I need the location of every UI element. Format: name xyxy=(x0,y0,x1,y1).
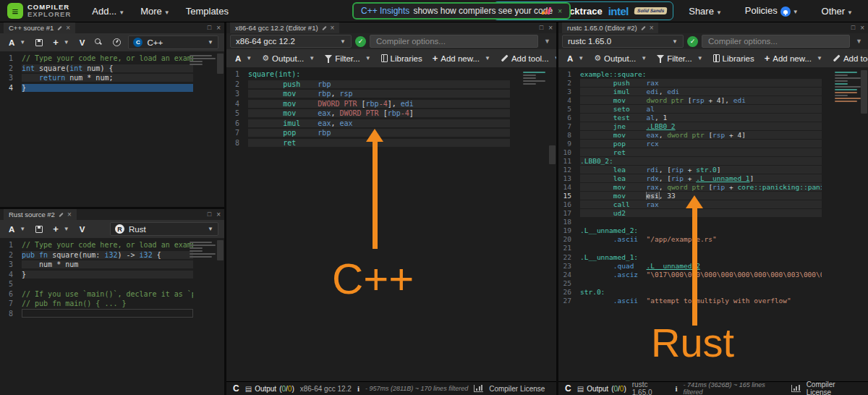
add-pane-button[interactable]: +▼ xyxy=(50,35,72,49)
rustc-asm-editor[interactable]: 1example::square:2 push rax3 imul edi, e… xyxy=(558,67,868,381)
info-icon[interactable]: i xyxy=(675,384,677,393)
code-line[interactable]: 4 mov DWORD PTR [rbp-4], edi xyxy=(226,99,556,109)
close-icon[interactable]: × xyxy=(331,24,335,32)
code-line[interactable]: 26str.0: xyxy=(558,287,868,296)
quickbench-button[interactable] xyxy=(110,37,124,48)
code-line[interactable]: 12 lea rdi, [rip + str.0] xyxy=(558,166,868,174)
font-size-button[interactable]: A▼ xyxy=(564,53,587,64)
code-line[interactable]: 9 pop rcx xyxy=(558,139,868,148)
libraries-button[interactable]: Libraries xyxy=(710,53,757,64)
close-pane-icon[interactable]: × xyxy=(216,211,221,218)
output-button[interactable]: ▤ Output (0/0) xyxy=(245,385,294,393)
code-line[interactable]: 24 .asciz "\017\000\000\000\000\000\000\… xyxy=(558,270,868,279)
add-tool-button[interactable]: Add tool...▼ xyxy=(498,53,556,64)
banner-close-icon[interactable]: × xyxy=(558,7,562,15)
solid-sands-logo[interactable]: Solid Sands xyxy=(634,7,667,14)
cpp-source-editor[interactable]: 1// Type your code here, or load an exam… xyxy=(0,51,224,207)
font-size-button[interactable]: A▼ xyxy=(6,37,28,48)
code-line[interactable]: 21 xyxy=(558,244,868,252)
compiler-explorer-icon[interactable]: C xyxy=(565,383,571,394)
code-line[interactable]: 19.L__unnamed_2: xyxy=(558,226,868,235)
cpp-source-tab[interactable]: C++ source #1 × xyxy=(4,22,75,33)
output-options-button[interactable]: ⚙Output...▼ xyxy=(591,52,650,64)
maximize-icon[interactable]: □ xyxy=(208,24,211,32)
minimap[interactable] xyxy=(187,54,218,67)
compiler-explorer-logo[interactable]: ≡ COMPILER EXPLORER xyxy=(7,3,71,19)
code-line[interactable]: 27 .ascii "attempt to multiply with over… xyxy=(558,296,868,305)
code-line[interactable]: 5 mov eax, DWORD PTR [rbp-4] xyxy=(226,109,556,119)
close-icon[interactable]: × xyxy=(66,24,70,32)
menu-policies[interactable]: Policies▼ xyxy=(745,5,799,17)
code-line[interactable]: 11.LBB0_2: xyxy=(558,156,868,165)
code-line[interactable]: 8 mov eax, dword ptr [rsp + 4] xyxy=(558,130,868,139)
code-line[interactable]: 3 mov rbp, rsp xyxy=(226,89,556,99)
gcc-asm-editor[interactable]: 1square(int):2 push rbp3 mov rbp, rsp4 m… xyxy=(226,67,556,381)
minimap[interactable] xyxy=(520,70,552,86)
compiler-options-input[interactable] xyxy=(702,35,850,48)
menu-share[interactable]: Share▼ xyxy=(689,6,722,17)
compiler-license-link[interactable]: Compiler License xyxy=(807,381,861,395)
code-line[interactable]: 18 xyxy=(558,218,868,226)
code-line[interactable]: 22.L__unnamed_1: xyxy=(558,252,868,261)
insights-button[interactable] xyxy=(92,37,106,48)
code-line[interactable]: 7 pop rbp xyxy=(226,128,556,138)
code-line[interactable]: 5 seto al xyxy=(558,104,868,113)
code-line[interactable]: 3 return num * num; xyxy=(0,73,224,83)
banner-link[interactable]: C++ Insights xyxy=(361,6,409,16)
code-line[interactable]: 8 ret xyxy=(226,138,556,148)
menu-add[interactable]: Add...▼ xyxy=(92,6,124,17)
code-line[interactable]: 17 ud2 xyxy=(558,209,868,218)
gcc-tab[interactable]: x86-64 gcc 12.2 (Editor #1) × xyxy=(230,22,339,33)
add-tool-button[interactable]: Add tool...▼ xyxy=(830,53,868,64)
compiler-select[interactable]: x86-64 gcc 12.2 ▼ xyxy=(230,35,352,48)
code-line[interactable]: 6 test al, 1 xyxy=(558,113,868,122)
maximize-icon[interactable]: □ xyxy=(540,24,543,32)
code-line[interactable]: 1square(int): xyxy=(226,69,556,80)
font-size-button[interactable]: A▼ xyxy=(6,224,28,235)
language-select[interactable]: C C++ ▼ xyxy=(128,35,218,49)
code-line[interactable]: 8 xyxy=(0,309,224,319)
code-line[interactable]: 16 call rax xyxy=(558,200,868,209)
intel-logo[interactable]: intel xyxy=(608,5,629,17)
announcement-banner[interactable]: C++ Insights shows how compilers see you… xyxy=(352,2,571,20)
add-new-button[interactable]: +Add new...▼ xyxy=(430,51,493,65)
close-pane-icon[interactable]: × xyxy=(860,24,864,32)
info-icon[interactable]: i xyxy=(357,384,359,393)
code-line[interactable]: 7 jne .LBB0_2 xyxy=(558,122,868,130)
menu-more[interactable]: More▼ xyxy=(140,6,170,17)
code-line[interactable]: 2 push rbp xyxy=(226,80,556,90)
compiler-options-input[interactable] xyxy=(370,35,538,48)
code-line[interactable]: 15 mov esi, 33 xyxy=(558,192,868,200)
rename-icon[interactable] xyxy=(58,25,62,30)
close-icon[interactable]: × xyxy=(67,211,72,218)
code-line[interactable]: 14 mov rax, qword ptr [rip + core::panic… xyxy=(558,183,868,192)
output-button[interactable]: ▤ Output (0/0) xyxy=(577,385,626,393)
close-icon[interactable]: × xyxy=(650,24,654,32)
vim-mode-button[interactable]: V xyxy=(77,37,88,48)
rename-icon[interactable] xyxy=(322,25,326,30)
code-line[interactable]: 3 imul edi, edi xyxy=(558,87,868,95)
code-line[interactable]: 13 lea rdx, [rip + .L__unnamed_1] xyxy=(558,174,868,183)
scrollbar[interactable] xyxy=(861,70,867,114)
code-line[interactable]: 4} xyxy=(0,83,224,93)
close-pane-icon[interactable]: × xyxy=(216,24,221,32)
save-button[interactable] xyxy=(33,38,46,48)
font-size-button[interactable]: A▼ xyxy=(232,53,255,64)
code-line[interactable]: 10 ret xyxy=(558,148,868,156)
code-line[interactable]: 4} xyxy=(0,270,224,280)
menu-other[interactable]: Other▼ xyxy=(822,6,853,17)
rename-icon[interactable] xyxy=(641,25,645,30)
filter-button[interactable]: Filter...▼ xyxy=(322,53,373,64)
add-new-button[interactable]: +Add new...▼ xyxy=(762,51,825,65)
code-line[interactable]: 7// pub fn main() { ... } xyxy=(0,299,224,309)
code-line[interactable]: 2 push rax xyxy=(558,78,868,87)
rust-source-editor[interactable]: 1// Type your code here, or load an exam… xyxy=(0,238,224,395)
scrollbar[interactable] xyxy=(217,240,224,260)
code-line[interactable]: 20 .ascii "/app/example.rs" xyxy=(558,235,868,244)
output-options-button[interactable]: ⚙Output...▼ xyxy=(259,52,318,64)
compiler-select[interactable]: rustc 1.65.0 ▼ xyxy=(562,35,684,48)
compiler-license-link[interactable]: Compiler License xyxy=(489,385,545,393)
rename-icon[interactable] xyxy=(59,212,63,216)
chevron-down-icon[interactable]: ▼ xyxy=(854,38,864,45)
close-pane-icon[interactable]: × xyxy=(548,24,553,32)
